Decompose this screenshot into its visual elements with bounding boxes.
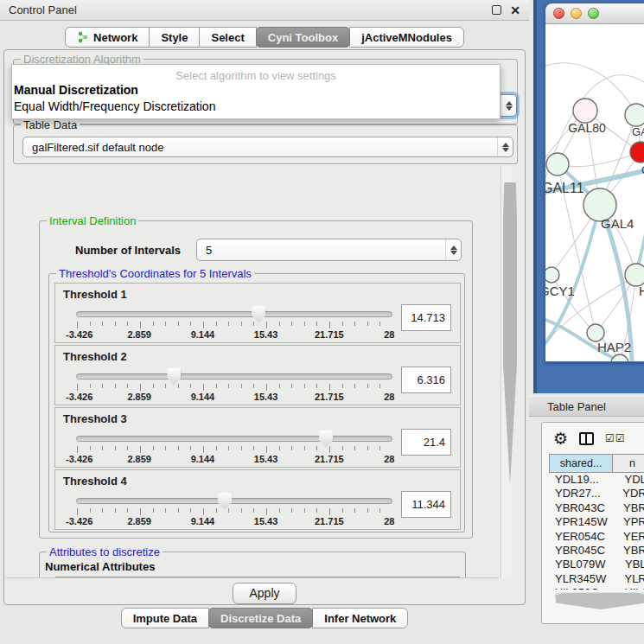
network-icon <box>77 31 89 43</box>
checkbox-icons[interactable]: ☑☑ <box>605 432 626 444</box>
option-manual-discretization[interactable]: Manual Discretization <box>12 82 500 99</box>
table-header-row: shared... n <box>549 454 644 473</box>
mac-minimize-icon[interactable] <box>571 8 582 19</box>
bottom-tabbar: Impute Data Discretize Data Infer Networ… <box>0 608 529 628</box>
threshold-2-value-field[interactable]: 6.316 <box>401 367 451 393</box>
tab-jactivemnodules[interactable]: jActiveMNodules <box>349 27 464 48</box>
table-row[interactable]: YPR145WYPR1 <box>549 515 644 529</box>
tab-infer-network[interactable]: Infer Network <box>312 608 408 628</box>
algorithm-placeholder: Select algorithm to view settings <box>12 65 500 82</box>
node-top-right[interactable] <box>625 104 644 126</box>
panel-scrollbar[interactable] <box>501 165 512 578</box>
column-header-name[interactable]: n <box>613 454 644 473</box>
threshold-1-slider[interactable]: -3.4262.859 9.14415.43 21.71528 <box>76 305 392 340</box>
right-region: GAL80 GA C GAL11 GAL4 GCY1 H HAP2 Table … <box>529 0 644 644</box>
interval-definition-title: Interval Definition <box>47 214 138 227</box>
network-window-titlebar <box>545 3 644 24</box>
network-view-window[interactable]: GAL80 GA C GAL11 GAL4 GCY1 H HAP2 <box>545 3 644 362</box>
node-gal11[interactable] <box>546 153 569 175</box>
panel-title: Control Panel <box>9 3 77 16</box>
tab-network[interactable]: Network <box>65 27 150 48</box>
node-selected-red[interactable] <box>630 142 644 163</box>
algorithm-dropdown-popup: Select algorithm to view settings Manual… <box>11 64 501 119</box>
settings-scroll-viewport: Interval Definition Number of Intervals … <box>6 165 499 578</box>
control-panel: Control Panel ✕ Network Style Select Cyn… <box>0 0 529 644</box>
threshold-3-slider-thumb[interactable] <box>319 430 333 447</box>
tab-discretize-data[interactable]: Discretize Data <box>208 608 313 628</box>
node-gal80[interactable] <box>573 99 597 123</box>
node-label-gal80: GAL80 <box>568 121 606 135</box>
threshold-4-slider[interactable]: -3.4262.859 9.14415.43 21.71528 <box>76 492 392 526</box>
column-header-shared[interactable]: shared... <box>549 454 613 473</box>
mac-close-icon[interactable] <box>553 8 564 19</box>
threshold-1-panel: Threshold 1 -3.4262.859 9.14415.43 21.71… <box>54 283 461 343</box>
control-panel-titlebar: Control Panel ✕ <box>0 0 529 21</box>
table-panel: ⚙ ☑☑ shared... n YDL19...YDL1 YDR27...YD… <box>541 422 644 624</box>
node-label-gal4: GAL4 <box>601 216 634 231</box>
network-canvas[interactable]: GAL80 GA C GAL11 GAL4 GCY1 H HAP2 <box>545 24 644 361</box>
table-row[interactable]: YBR045CYBR0 <box>549 544 644 558</box>
threshold-3-panel: Threshold 3 -3.4262.859 9.14415.43 21.71… <box>54 407 461 468</box>
threshold-3-value-field[interactable]: 21.4 <box>401 429 451 456</box>
node-gcy1[interactable] <box>545 267 559 283</box>
threshold-1-value-field[interactable]: 14.713 <box>401 304 451 331</box>
option-equal-width-frequency[interactable]: Equal Width/Frequency Discretization <box>12 99 500 115</box>
attributes-group: Attributes to discretize Numerical Attri… <box>39 552 466 578</box>
threshold-1-label: Threshold 1 <box>63 288 127 301</box>
threshold-4-slider-thumb[interactable] <box>218 493 232 509</box>
table-row[interactable]: YBR043CYBR0 <box>549 501 644 515</box>
table-data-combobox[interactable]: galFiltered.sif default node <box>22 137 513 157</box>
threshold-2-slider-thumb[interactable] <box>167 368 181 385</box>
float-window-icon[interactable] <box>492 5 501 15</box>
threshold-4-value-field[interactable]: 11.344 <box>401 491 451 518</box>
combo-stepper-icon <box>501 95 516 116</box>
tab-style[interactable]: Style <box>149 27 200 48</box>
close-icon[interactable]: ✕ <box>510 4 520 16</box>
apply-button[interactable]: Apply <box>233 583 296 604</box>
threshold-2-label: Threshold 2 <box>63 350 127 363</box>
thresholds-group: Threshold's Coordinates for 5 Intervals … <box>48 273 465 532</box>
number-of-intervals-combobox[interactable]: 5 <box>196 239 462 261</box>
tab-impute-data[interactable]: Impute Data <box>121 608 209 628</box>
threshold-2-panel: Threshold 2 -3.4262.859 9.14415.43 21.71… <box>54 345 461 405</box>
table-row[interactable]: YIL052CYIL0 <box>549 586 644 590</box>
table-row[interactable]: YDR27...YDR2 <box>549 487 644 501</box>
table-data-group: Table Data galFiltered.sif default node <box>13 124 518 164</box>
number-of-intervals-label: Number of Intervals <box>75 244 181 257</box>
cyni-panel: Discretization Algorithm Select algorith… <box>3 49 526 605</box>
node-table: shared... n YDL19...YDL1 YDR27...YDR2 YB… <box>549 454 644 601</box>
table-horizontal-scrollbar[interactable] <box>554 592 644 601</box>
node-label-hap2: HAP2 <box>597 340 631 354</box>
combo-stepper-icon <box>445 239 461 260</box>
threshold-2-slider[interactable]: -3.4262.859 9.14415.43 21.71528 <box>76 367 392 402</box>
table-data-title: Table Data <box>21 118 80 131</box>
apply-strip: Apply <box>6 578 523 603</box>
node-bottom[interactable] <box>611 354 628 361</box>
table-rows: YDL19...YDL1 YDR27...YDR2 YBR043CYBR0 YP… <box>549 473 644 590</box>
node-hap2[interactable] <box>587 324 604 341</box>
attributes-title: Attributes to discretize <box>47 545 163 558</box>
table-row[interactable]: YLR345WYLR3 <box>549 572 644 586</box>
tab-cyni-toolbox[interactable]: Cyni Toolbox <box>256 27 350 48</box>
table-row[interactable]: YER054CYER0 <box>549 530 644 544</box>
gear-icon[interactable]: ⚙ <box>553 429 568 449</box>
tab-select[interactable]: Select <box>199 27 256 48</box>
threshold-4-panel: Threshold 4 -3.4262.859 9.14415.43 21.71… <box>54 469 461 530</box>
interval-definition-group: Interval Definition Number of Intervals … <box>39 220 473 539</box>
table-toolbar: ⚙ ☑☑ <box>542 423 644 454</box>
table-row[interactable]: YBL079WYBL0 <box>549 558 644 571</box>
top-tabbar: Network Style Select Cyni Toolbox jActiv… <box>0 27 529 48</box>
threshold-4-label: Threshold 4 <box>63 475 127 488</box>
node-label-gal11: GAL11 <box>545 181 584 195</box>
threshold-3-label: Threshold 3 <box>63 412 127 425</box>
node-label-h: H <box>639 284 644 298</box>
threshold-3-slider[interactable]: -3.4262.859 9.14415.43 21.71528 <box>76 430 392 464</box>
threshold-1-slider-thumb[interactable] <box>252 306 265 322</box>
table-row[interactable]: YDL19...YDL1 <box>549 473 644 487</box>
split-columns-icon[interactable] <box>579 432 594 445</box>
mac-zoom-icon[interactable] <box>588 8 599 19</box>
thresholds-title: Threshold's Coordinates for 5 Intervals <box>56 267 254 280</box>
node-label-clipped-ga: GA <box>632 125 644 138</box>
node-label-gcy1: GCY1 <box>545 284 575 298</box>
table-panel-titlebar: Table Panel <box>529 396 644 417</box>
